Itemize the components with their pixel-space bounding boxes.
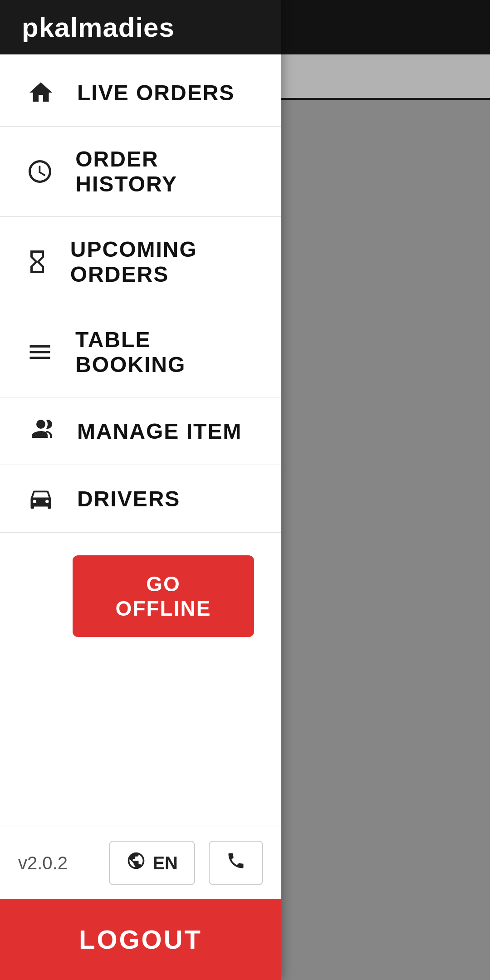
clock-icon bbox=[23, 158, 57, 185]
logout-button[interactable]: LOGOUT bbox=[0, 899, 281, 980]
globe-icon bbox=[126, 851, 146, 875]
version-label: v2.0.2 bbox=[18, 853, 68, 873]
language-label: EN bbox=[152, 853, 178, 873]
list-icon bbox=[23, 338, 57, 366]
live-orders-label: LIVE ORDERS bbox=[77, 80, 235, 105]
go-offline-button[interactable]: GO OFFLINE bbox=[73, 555, 254, 637]
upcoming-orders-label: UPCOMING ORDERS bbox=[70, 237, 259, 287]
table-booking-label: TABLE BOOKING bbox=[75, 327, 259, 377]
username-label: pkalmadies bbox=[22, 12, 175, 43]
sidebar-bottom-bar: v2.0.2 EN bbox=[0, 827, 281, 899]
hourglass-icon bbox=[23, 248, 52, 275]
language-button[interactable]: EN bbox=[109, 841, 195, 885]
sidebar-header: pkalmadies bbox=[0, 0, 281, 54]
sidebar-item-table-booking[interactable]: TABLE BOOKING bbox=[0, 307, 281, 397]
phone-button[interactable] bbox=[209, 841, 263, 885]
sidebar-item-manage-item[interactable]: MANAGE ITEM bbox=[0, 397, 281, 465]
drivers-label: DRIVERS bbox=[77, 486, 180, 511]
manage-icon bbox=[23, 417, 59, 445]
sidebar-drawer: pkalmadies LIVE ORDERS ORDER HISTORY bbox=[0, 0, 281, 980]
car-icon bbox=[23, 485, 59, 512]
order-history-label: ORDER HISTORY bbox=[75, 147, 259, 196]
sidebar-item-upcoming-orders[interactable]: UPCOMING ORDERS bbox=[0, 217, 281, 307]
sidebar-item-order-history[interactable]: ORDER HISTORY bbox=[0, 127, 281, 217]
manage-item-label: MANAGE ITEM bbox=[77, 419, 242, 444]
nav-list: LIVE ORDERS ORDER HISTORY UPCOMING ORDER… bbox=[0, 54, 281, 827]
sidebar-item-drivers[interactable]: DRIVERS bbox=[0, 465, 281, 533]
sidebar-item-live-orders[interactable]: LIVE ORDERS bbox=[0, 59, 281, 127]
offline-btn-container: GO OFFLINE bbox=[0, 533, 281, 651]
home-icon bbox=[23, 79, 59, 106]
phone-icon bbox=[226, 851, 246, 875]
